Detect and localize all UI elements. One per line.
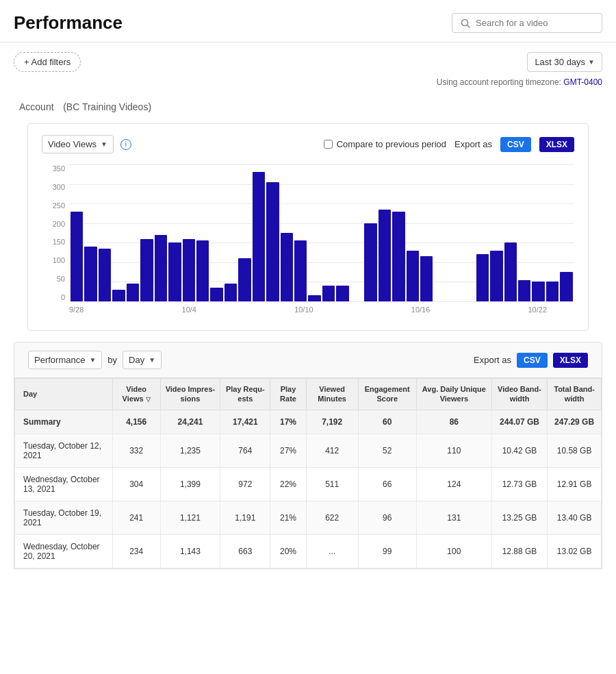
table-row: Tuesday, October 19, 2021 241 1,121 1,19… bbox=[15, 501, 602, 534]
account-subtitle: (BC Training Videos) bbox=[63, 101, 151, 112]
row-views-2: 241 bbox=[112, 501, 160, 534]
row-viewers-3: 100 bbox=[416, 534, 491, 568]
gridline-0 bbox=[69, 301, 574, 302]
bar-4 bbox=[127, 284, 139, 301]
timezone-link[interactable]: GMT-0400 bbox=[563, 77, 602, 87]
header: Performance bbox=[0, 0, 616, 42]
compare-label: Compare to previous period bbox=[337, 139, 446, 149]
chart-export-csv-button[interactable]: CSV bbox=[500, 137, 531, 152]
table-export-xlsx-button[interactable]: XLSX bbox=[553, 353, 588, 368]
x-label-1010: 10/10 bbox=[294, 305, 313, 314]
bar-25 bbox=[420, 256, 433, 301]
perf-label: Performance bbox=[34, 355, 85, 365]
col-impressions[interactable]: Video Impres­sions bbox=[160, 379, 220, 410]
row-vid-bw-0: 10.42 GB bbox=[491, 434, 547, 467]
col-engagement[interactable]: Enga­ge­ment Score bbox=[358, 379, 416, 410]
y-label-300: 300 bbox=[42, 183, 68, 191]
row-minutes-1: 511 bbox=[306, 467, 358, 501]
row-viewers-2: 131 bbox=[416, 501, 491, 534]
metric-selector[interactable]: Video Views ▼ bbox=[42, 135, 114, 153]
bar-13 bbox=[253, 172, 265, 301]
col-play-requests[interactable]: Play Requ­ests bbox=[220, 379, 270, 410]
bar-2 bbox=[99, 249, 111, 301]
table-row: Tuesday, October 12, 2021 332 1,235 764 … bbox=[15, 434, 602, 467]
row-play-req-0: 764 bbox=[220, 434, 270, 467]
bar-24 bbox=[407, 251, 419, 301]
export-label: Export as bbox=[454, 139, 492, 149]
bar-29 bbox=[476, 254, 489, 301]
y-label-150: 150 bbox=[42, 238, 68, 246]
row-play-rate-1: 22% bbox=[270, 467, 306, 501]
chart-toolbar-left: Video Views ▼ i bbox=[42, 135, 131, 153]
table-body: Summary4,15624,24117,42117%7,1926086244.… bbox=[15, 410, 602, 568]
row-views-0: 332 bbox=[112, 434, 160, 467]
x-label-104: 10/4 bbox=[182, 305, 196, 314]
bottom-toolbar: Performance ▼ by Day ▼ Export as CSV XLS… bbox=[14, 342, 602, 378]
bar-23 bbox=[392, 212, 405, 301]
row-minutes-2: 622 bbox=[306, 501, 358, 534]
col-video-views[interactable]: Video Views ▽ bbox=[112, 379, 160, 410]
bar-34 bbox=[546, 282, 559, 301]
bar-9 bbox=[196, 240, 209, 301]
row-total-bw-0: 10.58 GB bbox=[548, 434, 602, 467]
chart-toolbar-right: Compare to previous period Export as CSV… bbox=[324, 137, 574, 152]
y-label-350: 350 bbox=[42, 164, 68, 173]
chevron-down-icon: ▼ bbox=[588, 58, 595, 66]
summary-val-8: 247.29 GB bbox=[548, 410, 602, 434]
col-avg-viewers[interactable]: Avg. Daily Uniqu­e View­ers bbox=[416, 379, 491, 410]
row-day-1: Wednesday, October 13, 2021 bbox=[15, 467, 113, 501]
bar-0 bbox=[70, 212, 83, 301]
table-row: Wednesday, October 13, 2021 304 1,399 97… bbox=[15, 467, 602, 501]
compare-checkbox-label[interactable]: Compare to previous period bbox=[324, 139, 446, 149]
metric-label: Video Views bbox=[48, 139, 97, 149]
row-play-rate-3: 20% bbox=[270, 534, 306, 568]
row-play-req-1: 972 bbox=[220, 467, 270, 501]
row-impressions-1: 1,399 bbox=[160, 467, 220, 501]
col-play-rate[interactable]: Play Rate bbox=[270, 379, 306, 410]
summary-row: Summary4,15624,24117,42117%7,1926086244.… bbox=[15, 410, 602, 434]
row-play-rate-0: 27% bbox=[270, 434, 306, 467]
account-title-text: Account bbox=[19, 101, 54, 112]
bar-32 bbox=[518, 280, 530, 301]
y-label-100: 100 bbox=[42, 256, 68, 264]
summary-val-4: 7,192 bbox=[306, 410, 358, 434]
by-label: by bbox=[107, 355, 117, 365]
row-minutes-3: ... bbox=[306, 534, 358, 568]
row-play-req-2: 1,191 bbox=[220, 501, 270, 534]
row-play-req-3: 663 bbox=[220, 534, 270, 568]
chart-plot-area bbox=[69, 164, 574, 301]
bar-22 bbox=[378, 210, 391, 301]
date-range-selector[interactable]: Last 30 days ▼ bbox=[527, 52, 602, 72]
toolbar: + Add filters Last 30 days ▼ bbox=[0, 42, 616, 77]
bar-17 bbox=[308, 295, 320, 301]
bar-chart: 350 300 250 200 150 100 50 0 bbox=[42, 164, 574, 322]
bar-18 bbox=[322, 286, 335, 301]
bar-8 bbox=[183, 239, 195, 301]
page-title: Performance bbox=[14, 12, 123, 34]
search-bar[interactable] bbox=[452, 13, 602, 33]
table-row: Wednesday, October 20, 2021 234 1,143 66… bbox=[15, 534, 602, 568]
row-minutes-0: 412 bbox=[306, 434, 358, 467]
row-engagement-1: 66 bbox=[358, 467, 416, 501]
x-label-928: 9/28 bbox=[69, 305, 84, 314]
performance-selector[interactable]: Performance ▼ bbox=[28, 351, 102, 369]
row-impressions-0: 1,235 bbox=[160, 434, 220, 467]
col-viewed-minutes[interactable]: View­ed Minut­es bbox=[306, 379, 358, 410]
day-selector[interactable]: Day ▼ bbox=[123, 351, 162, 369]
timezone-text: Using account reporting timezone: bbox=[437, 77, 561, 87]
bar-6 bbox=[155, 235, 167, 301]
info-icon[interactable]: i bbox=[120, 139, 131, 150]
table-export-label: Export as bbox=[474, 355, 511, 365]
row-day-3: Wednesday, October 20, 2021 bbox=[15, 534, 113, 568]
search-icon bbox=[461, 18, 470, 28]
col-video-bandwidth[interactable]: Video Band­width bbox=[491, 379, 547, 410]
chart-export-xlsx-button[interactable]: XLSX bbox=[539, 137, 574, 152]
account-title: Account (BC Training Videos) bbox=[14, 98, 602, 114]
table-export-csv-button[interactable]: CSV bbox=[517, 353, 548, 368]
compare-checkbox[interactable] bbox=[324, 140, 333, 149]
x-axis: 9/28 10/4 10/10 10/16 10/22 bbox=[42, 301, 574, 314]
row-vid-bw-2: 13.25 GB bbox=[491, 501, 547, 534]
add-filter-button[interactable]: + Add filters bbox=[14, 52, 81, 72]
col-total-bandwidth[interactable]: Total Band­width bbox=[548, 379, 602, 410]
search-input[interactable] bbox=[476, 18, 593, 28]
